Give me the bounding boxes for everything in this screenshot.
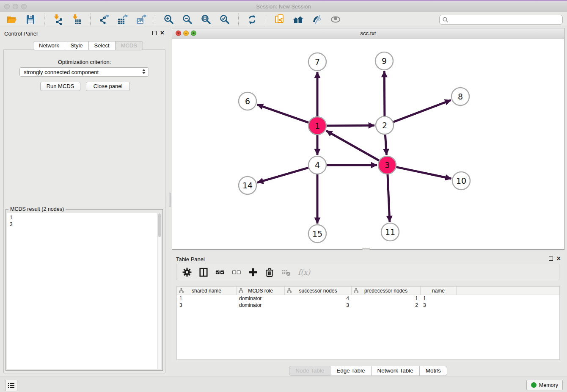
task-history-button[interactable]	[5, 380, 17, 391]
tab-network-table[interactable]: Network Table	[372, 366, 420, 376]
close-panel-icon[interactable]: ×	[160, 30, 164, 36]
cell-mcds-role[interactable]: dominator	[237, 295, 285, 301]
import-table-icon[interactable]	[71, 14, 82, 25]
export-image-icon[interactable]	[136, 14, 147, 25]
cell-predecessor-nodes[interactable]: 1	[352, 295, 421, 301]
edge-2-9[interactable]	[384, 71, 385, 116]
criterion-dropdown[interactable]: strongly connected component	[19, 67, 149, 77]
cell-successor-nodes[interactable]: 4	[285, 295, 352, 301]
result-line: 3	[10, 221, 155, 228]
cell-shared-name[interactable]: 3	[177, 302, 237, 308]
cell-name[interactable]: 3	[421, 302, 457, 308]
search-input[interactable]	[449, 16, 562, 23]
mcds-result-text[interactable]: 1 3	[7, 213, 157, 369]
save-session-icon[interactable]	[25, 14, 36, 25]
zoom-in-icon[interactable]	[163, 14, 174, 25]
tab-select[interactable]: Select	[89, 41, 116, 50]
table-row[interactable]: 3 dominator 3 2 3	[177, 302, 559, 309]
apply-layout-icon[interactable]	[247, 14, 258, 25]
cell-name[interactable]: 1	[421, 295, 457, 301]
panel-splitter-handle[interactable]	[169, 193, 171, 207]
node-label-4: 4	[315, 160, 320, 170]
select-all-rows-icon[interactable]	[215, 268, 225, 277]
zoom-network-button[interactable]: +	[191, 30, 196, 36]
tab-edge-table[interactable]: Edge Table	[330, 366, 371, 376]
tree-hierarchy-icon	[239, 288, 243, 293]
edge-2-3[interactable]	[385, 135, 386, 155]
table-panel-title: Table Panel	[176, 256, 205, 262]
mcds-tab-content: Optimization criterion: strongly connect…	[3, 49, 165, 373]
add-column-icon[interactable]	[248, 268, 258, 277]
toolbar-divider	[90, 14, 91, 25]
minimize-network-button[interactable]: −	[183, 30, 189, 36]
import-network-icon[interactable]	[52, 14, 63, 25]
close-panel-icon[interactable]: ×	[557, 256, 561, 261]
dropdown-stepper-icon	[142, 69, 146, 74]
run-mcds-button[interactable]: Run MCDS	[40, 82, 80, 91]
memory-status-dot	[531, 382, 537, 388]
tab-motifs[interactable]: Motifs	[420, 366, 447, 376]
export-network-icon[interactable]	[99, 14, 110, 25]
cell-shared-name[interactable]: 1	[177, 295, 237, 301]
cell-mcds-role[interactable]: dominator	[237, 302, 285, 308]
show-column-icon[interactable]	[199, 268, 208, 277]
tab-style[interactable]: Style	[65, 41, 89, 50]
node-table[interactable]: shared name MCDS role successor nodes pr…	[176, 286, 560, 360]
export-table-icon[interactable]	[117, 14, 128, 25]
memory-button[interactable]: Memory	[526, 380, 563, 390]
edge-2-8[interactable]	[394, 100, 451, 122]
delete-column-icon[interactable]	[265, 268, 274, 277]
edge-3-11[interactable]	[388, 174, 390, 222]
node-label-1: 1	[315, 121, 320, 130]
zoom-selected-icon[interactable]	[219, 14, 230, 25]
column-header-successor-nodes[interactable]: successor nodes	[285, 287, 352, 295]
control-panel: Control Panel × Network Style Select MCD…	[0, 27, 168, 376]
node-label-9: 9	[382, 56, 387, 66]
column-header-shared-name[interactable]: shared name	[177, 287, 237, 295]
edge-1-6[interactable]	[257, 105, 309, 123]
titlebar: Session: New Session	[0, 1, 567, 12]
gear-icon[interactable]	[182, 268, 192, 277]
zoom-out-icon[interactable]	[182, 14, 193, 25]
search-box[interactable]	[439, 15, 563, 25]
status-bar: Memory	[0, 376, 567, 392]
result-scrollbar[interactable]	[157, 213, 161, 369]
edge-3-10[interactable]	[396, 167, 451, 179]
edge-1-2[interactable]	[327, 125, 374, 126]
delete-table-icon	[281, 268, 291, 277]
zoom-fit-content-icon[interactable]	[201, 14, 212, 25]
scrollbar-thumb[interactable]	[158, 213, 161, 237]
node-label-10: 10	[456, 176, 466, 185]
network-window-titlebar[interactable]: × − + scc.txt	[172, 28, 564, 39]
window-title: Session: New Session	[0, 3, 567, 10]
panel-splitter-handle[interactable]	[362, 248, 370, 250]
show-hide-graphics-details-icon[interactable]	[311, 14, 322, 25]
network-canvas[interactable]: 1234678910111415	[172, 38, 564, 249]
edge-3-1[interactable]	[326, 131, 379, 160]
network-window-title: scc.txt	[172, 28, 564, 38]
table-row[interactable]: 1 dominator 4 1 1	[177, 295, 559, 302]
tab-network[interactable]: Network	[33, 41, 65, 50]
close-panel-button[interactable]: Close panel	[86, 82, 130, 91]
result-line: 1	[10, 214, 155, 221]
tab-mcds[interactable]: MCDS	[116, 41, 143, 50]
toolbar-divider	[266, 14, 266, 25]
float-window-icon[interactable]	[152, 31, 157, 35]
clone-network-icon[interactable]	[274, 14, 285, 25]
edge-4-14[interactable]	[257, 168, 308, 182]
tab-node-table[interactable]: Node Table	[289, 366, 330, 376]
column-header-mcds-role[interactable]: MCDS role	[237, 287, 285, 295]
memory-label: Memory	[539, 382, 558, 388]
tree-hierarchy-icon	[354, 288, 358, 293]
cell-successor-nodes[interactable]: 3	[285, 302, 352, 308]
table-panel: Table Panel ×	[172, 253, 564, 363]
column-header-name[interactable]: name	[421, 287, 457, 295]
close-network-button[interactable]: ×	[176, 30, 181, 36]
first-neighbors-icon[interactable]	[293, 14, 304, 25]
float-window-icon[interactable]	[549, 257, 553, 261]
column-header-predecessor-nodes[interactable]: predecessor nodes	[352, 287, 421, 295]
node-label-6: 6	[245, 97, 250, 106]
cell-predecessor-nodes[interactable]: 2	[352, 302, 421, 308]
open-file-icon[interactable]	[6, 14, 17, 25]
deselect-all-rows-icon[interactable]	[232, 268, 241, 277]
